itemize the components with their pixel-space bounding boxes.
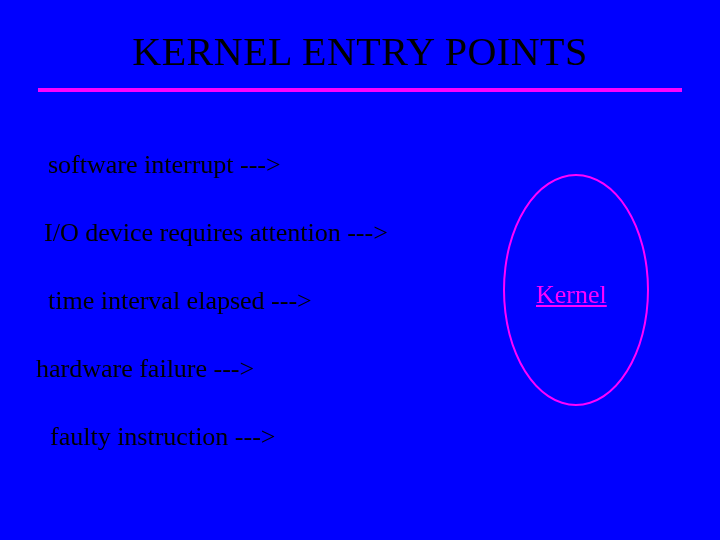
kernel-label: Kernel: [536, 280, 607, 310]
slide: KERNEL ENTRY POINTS software interrupt -…: [0, 0, 720, 540]
entry-point-io-device: I/O device requires attention --->: [44, 218, 388, 248]
entry-point-faulty-instruction: faulty instruction --->: [50, 422, 276, 452]
entry-point-software-interrupt: software interrupt --->: [48, 150, 281, 180]
title-underline: [38, 88, 682, 92]
slide-title: KERNEL ENTRY POINTS: [0, 28, 720, 75]
entry-point-time-interval: time interval elapsed --->: [48, 286, 312, 316]
entry-point-hardware-failure: hardware failure --->: [36, 354, 254, 384]
